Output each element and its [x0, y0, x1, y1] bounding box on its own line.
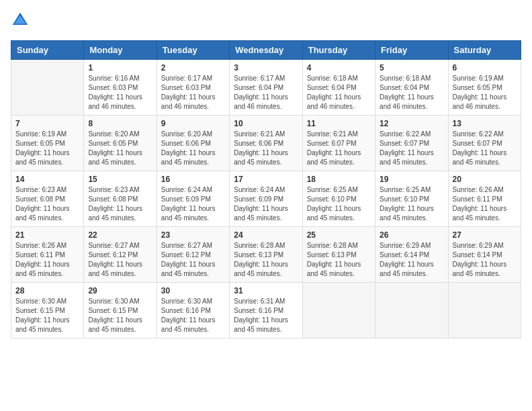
calendar-cell: 7Sunrise: 6:19 AM Sunset: 6:05 PM Daylig…	[11, 116, 84, 171]
calendar-cell	[448, 283, 521, 338]
calendar-cell: 22Sunrise: 6:27 AM Sunset: 6:12 PM Dayli…	[84, 227, 157, 283]
logo-icon	[11, 11, 30, 30]
calendar-week-row: 1Sunrise: 6:16 AM Sunset: 6:03 PM Daylig…	[11, 60, 521, 116]
calendar-cell: 11Sunrise: 6:21 AM Sunset: 6:07 PM Dayli…	[302, 116, 375, 171]
day-info: Sunrise: 6:25 AM Sunset: 6:10 PM Dayligh…	[380, 185, 443, 223]
day-number: 10	[234, 119, 298, 128]
day-number: 13	[453, 119, 517, 128]
calendar-cell: 31Sunrise: 6:31 AM Sunset: 6:16 PM Dayli…	[230, 283, 302, 338]
day-info: Sunrise: 6:20 AM Sunset: 6:06 PM Dayligh…	[161, 130, 225, 167]
calendar-table: SundayMondayTuesdayWednesdayThursdayFrid…	[11, 40, 521, 338]
calendar-cell: 1Sunrise: 6:16 AM Sunset: 6:03 PM Daylig…	[84, 60, 157, 116]
day-number: 6	[453, 63, 517, 73]
day-info: Sunrise: 6:22 AM Sunset: 6:07 PM Dayligh…	[380, 130, 443, 167]
day-info: Sunrise: 6:30 AM Sunset: 6:15 PM Dayligh…	[88, 297, 152, 334]
calendar-cell: 13Sunrise: 6:22 AM Sunset: 6:07 PM Dayli…	[448, 116, 521, 171]
day-number: 7	[15, 119, 79, 128]
day-number: 14	[15, 175, 79, 184]
day-info: Sunrise: 6:28 AM Sunset: 6:13 PM Dayligh…	[307, 241, 371, 279]
calendar-cell: 5Sunrise: 6:18 AM Sunset: 6:04 PM Daylig…	[375, 60, 448, 116]
calendar-cell: 16Sunrise: 6:24 AM Sunset: 6:09 PM Dayli…	[157, 171, 229, 227]
day-number: 18	[307, 175, 371, 184]
calendar-header-row: SundayMondayTuesdayWednesdayThursdayFrid…	[11, 41, 521, 60]
day-info: Sunrise: 6:21 AM Sunset: 6:07 PM Dayligh…	[307, 130, 371, 167]
day-number: 8	[88, 119, 152, 128]
day-info: Sunrise: 6:26 AM Sunset: 6:11 PM Dayligh…	[453, 185, 517, 223]
calendar-cell: 20Sunrise: 6:26 AM Sunset: 6:11 PM Dayli…	[448, 171, 521, 227]
calendar-cell: 12Sunrise: 6:22 AM Sunset: 6:07 PM Dayli…	[375, 116, 448, 171]
day-info: Sunrise: 6:28 AM Sunset: 6:13 PM Dayligh…	[234, 241, 298, 279]
day-number: 24	[234, 230, 298, 240]
calendar-cell: 4Sunrise: 6:18 AM Sunset: 6:04 PM Daylig…	[302, 60, 375, 116]
calendar-cell: 8Sunrise: 6:20 AM Sunset: 6:05 PM Daylig…	[84, 116, 157, 171]
day-number: 29	[88, 286, 152, 295]
calendar-cell: 23Sunrise: 6:27 AM Sunset: 6:12 PM Dayli…	[157, 227, 229, 283]
day-number: 2	[161, 63, 225, 73]
day-info: Sunrise: 6:30 AM Sunset: 6:15 PM Dayligh…	[15, 297, 79, 334]
calendar-header-cell: Friday	[375, 41, 448, 60]
day-info: Sunrise: 6:29 AM Sunset: 6:14 PM Dayligh…	[453, 241, 517, 279]
day-number: 5	[380, 63, 443, 73]
day-number: 16	[161, 175, 225, 184]
day-number: 25	[307, 230, 371, 240]
day-info: Sunrise: 6:24 AM Sunset: 6:09 PM Dayligh…	[234, 185, 298, 223]
calendar-header-cell: Wednesday	[230, 41, 302, 60]
day-number: 30	[161, 286, 225, 295]
calendar-cell: 25Sunrise: 6:28 AM Sunset: 6:13 PM Dayli…	[302, 227, 375, 283]
day-info: Sunrise: 6:18 AM Sunset: 6:04 PM Dayligh…	[380, 74, 443, 111]
calendar-cell: 6Sunrise: 6:19 AM Sunset: 6:05 PM Daylig…	[448, 60, 521, 116]
calendar-cell: 24Sunrise: 6:28 AM Sunset: 6:13 PM Dayli…	[230, 227, 302, 283]
day-number: 21	[15, 230, 79, 240]
day-info: Sunrise: 6:26 AM Sunset: 6:11 PM Dayligh…	[15, 241, 79, 279]
day-info: Sunrise: 6:21 AM Sunset: 6:06 PM Dayligh…	[234, 130, 298, 167]
day-number: 26	[380, 230, 443, 240]
day-number: 22	[88, 230, 152, 240]
calendar-cell: 28Sunrise: 6:30 AM Sunset: 6:15 PM Dayli…	[11, 283, 84, 338]
calendar-cell: 10Sunrise: 6:21 AM Sunset: 6:06 PM Dayli…	[230, 116, 302, 171]
calendar-cell: 29Sunrise: 6:30 AM Sunset: 6:15 PM Dayli…	[84, 283, 157, 338]
day-info: Sunrise: 6:19 AM Sunset: 6:05 PM Dayligh…	[15, 130, 79, 167]
calendar-cell: 26Sunrise: 6:29 AM Sunset: 6:14 PM Dayli…	[375, 227, 448, 283]
day-number: 17	[234, 175, 298, 184]
day-info: Sunrise: 6:25 AM Sunset: 6:10 PM Dayligh…	[307, 185, 371, 223]
day-number: 23	[161, 230, 225, 240]
calendar-cell: 17Sunrise: 6:24 AM Sunset: 6:09 PM Dayli…	[230, 171, 302, 227]
day-info: Sunrise: 6:24 AM Sunset: 6:09 PM Dayligh…	[161, 185, 225, 223]
calendar-cell: 15Sunrise: 6:23 AM Sunset: 6:08 PM Dayli…	[84, 171, 157, 227]
day-number: 1	[88, 63, 152, 73]
day-number: 9	[161, 119, 225, 128]
day-number: 28	[15, 286, 79, 295]
calendar-cell	[302, 283, 375, 338]
day-number: 11	[307, 119, 371, 128]
day-number: 20	[453, 175, 517, 184]
calendar-header-cell: Saturday	[448, 41, 521, 60]
calendar-week-row: 14Sunrise: 6:23 AM Sunset: 6:08 PM Dayli…	[11, 171, 521, 227]
calendar-header-cell: Monday	[84, 41, 157, 60]
calendar-header-cell: Thursday	[302, 41, 375, 60]
calendar-cell: 18Sunrise: 6:25 AM Sunset: 6:10 PM Dayli…	[302, 171, 375, 227]
day-info: Sunrise: 6:22 AM Sunset: 6:07 PM Dayligh…	[453, 130, 517, 167]
day-info: Sunrise: 6:31 AM Sunset: 6:16 PM Dayligh…	[234, 297, 298, 334]
calendar-cell: 21Sunrise: 6:26 AM Sunset: 6:11 PM Dayli…	[11, 227, 84, 283]
calendar-cell: 3Sunrise: 6:17 AM Sunset: 6:04 PM Daylig…	[230, 60, 302, 116]
page-header	[11, 11, 521, 30]
calendar-week-row: 7Sunrise: 6:19 AM Sunset: 6:05 PM Daylig…	[11, 116, 521, 171]
day-info: Sunrise: 6:17 AM Sunset: 6:04 PM Dayligh…	[234, 74, 298, 111]
logo	[11, 11, 32, 30]
day-info: Sunrise: 6:23 AM Sunset: 6:08 PM Dayligh…	[15, 185, 79, 223]
calendar-cell	[11, 60, 84, 116]
day-number: 31	[234, 286, 298, 295]
day-info: Sunrise: 6:23 AM Sunset: 6:08 PM Dayligh…	[88, 185, 152, 223]
calendar-cell: 2Sunrise: 6:17 AM Sunset: 6:03 PM Daylig…	[157, 60, 229, 116]
day-info: Sunrise: 6:19 AM Sunset: 6:05 PM Dayligh…	[453, 74, 517, 111]
calendar-cell: 30Sunrise: 6:30 AM Sunset: 6:16 PM Dayli…	[157, 283, 229, 338]
day-number: 15	[88, 175, 152, 184]
day-number: 12	[380, 119, 443, 128]
day-info: Sunrise: 6:17 AM Sunset: 6:03 PM Dayligh…	[161, 74, 225, 111]
calendar-cell: 14Sunrise: 6:23 AM Sunset: 6:08 PM Dayli…	[11, 171, 84, 227]
day-info: Sunrise: 6:18 AM Sunset: 6:04 PM Dayligh…	[307, 74, 371, 111]
calendar-cell: 9Sunrise: 6:20 AM Sunset: 6:06 PM Daylig…	[157, 116, 229, 171]
calendar-week-row: 21Sunrise: 6:26 AM Sunset: 6:11 PM Dayli…	[11, 227, 521, 283]
day-info: Sunrise: 6:20 AM Sunset: 6:05 PM Dayligh…	[88, 130, 152, 167]
calendar-cell: 19Sunrise: 6:25 AM Sunset: 6:10 PM Dayli…	[375, 171, 448, 227]
